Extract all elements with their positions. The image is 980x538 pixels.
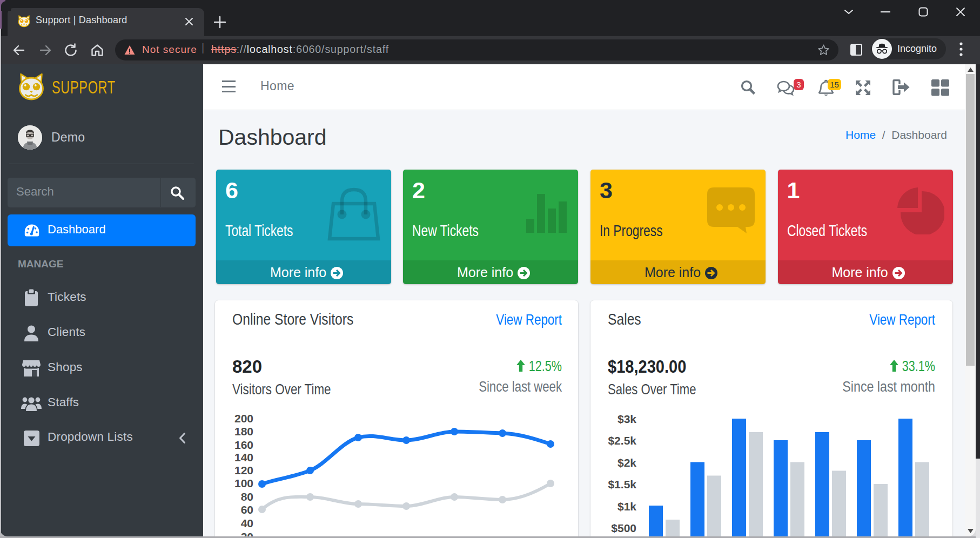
svg-text:120: 120 [234,464,253,476]
svg-text:$500: $500 [611,522,636,534]
svg-text:100: 100 [234,477,253,489]
svg-text:140: 140 [234,451,253,463]
svg-text:40: 40 [241,517,253,529]
svg-text:$3k: $3k [617,413,636,425]
svg-text:$2k: $2k [617,456,636,469]
svg-text:180: 180 [234,425,253,438]
svg-text:160: 160 [234,439,253,451]
svg-text:60: 60 [241,503,253,516]
svg-text:$1.5k: $1.5k [608,478,636,490]
svg-text:80: 80 [241,490,253,503]
svg-text:$1k: $1k [617,500,636,513]
svg-text:200: 200 [234,412,253,425]
svg-text:$2.5k: $2.5k [608,434,636,447]
